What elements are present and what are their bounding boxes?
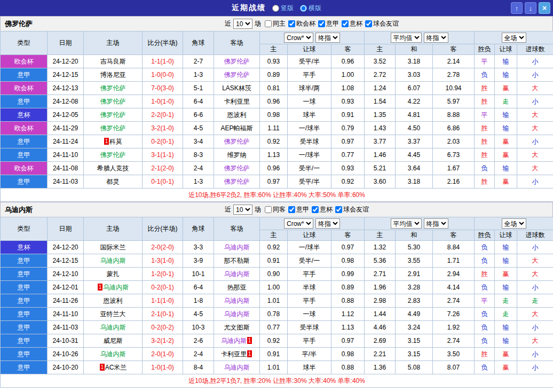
home-team[interactable]: 1乌迪内斯 <box>84 281 143 294</box>
away-team[interactable]: 佛罗伦萨 <box>214 135 260 148</box>
home-team[interactable]: 国际米兰 <box>84 241 143 254</box>
home-team[interactable]: 1科莫 <box>84 135 143 148</box>
away-team[interactable]: 佛罗伦萨 <box>214 55 260 68</box>
home-team[interactable]: 博洛尼亚 <box>84 68 143 82</box>
subcol-6: 胜负 <box>475 44 495 55</box>
close-icon[interactable]: × <box>539 2 550 14</box>
corner-score: 6-4 <box>183 281 214 294</box>
filter-checkbox[interactable] <box>265 206 272 213</box>
away-team[interactable]: 热那亚 <box>214 281 260 294</box>
filter-option-4[interactable]: 球会友谊 <box>365 19 399 28</box>
league-type-badge: 意杯 <box>1 108 48 122</box>
handicap-final-select[interactable]: 终指 <box>315 218 340 229</box>
sections-container: 佛罗伦萨近10场同主欧会杯意甲意杯球会友谊类型日期主场比分(半场)角球客场Cro… <box>0 16 553 388</box>
home-team[interactable]: 希腊人竞技 <box>84 162 143 175</box>
home-team[interactable]: 恩波利 <box>84 294 143 308</box>
vertical-layout-radio[interactable] <box>272 5 279 12</box>
home-team[interactable]: 佛罗伦萨 <box>84 108 143 122</box>
away-team[interactable]: AEP帕福斯 <box>214 122 260 135</box>
away-team[interactable]: 乌迪内斯 <box>214 361 260 374</box>
filter-option-2[interactable]: 意甲 <box>318 19 339 28</box>
bookmaker-select[interactable]: Crow* <box>284 218 313 229</box>
scroll-up-icon[interactable]: ↑ <box>511 2 523 14</box>
avg-odds-select[interactable]: 平均值 <box>391 218 422 229</box>
scroll-down-icon[interactable]: ↓ <box>525 2 536 14</box>
home-team[interactable]: 佛罗伦萨 <box>84 148 143 162</box>
match-row: 意甲24-10-201AC米兰1-0(1-0)8-4乌迪内斯1.01球半0.88… <box>1 361 553 374</box>
match-score: 1-2(0-1) <box>143 268 183 281</box>
match-count-select[interactable]: 10 <box>233 19 252 29</box>
filter-option-2[interactable]: 意杯 <box>312 205 333 214</box>
home-team[interactable]: 乌迪内斯 <box>84 348 143 361</box>
filter-checkbox[interactable] <box>265 20 272 27</box>
avg-final-select[interactable]: 终指 <box>424 33 448 43</box>
away-team[interactable]: 那不勒斯 <box>214 254 260 268</box>
fulltime-select[interactable]: 全场 <box>502 33 526 43</box>
filter-option-1[interactable]: 意甲 <box>288 205 309 214</box>
team-name-text: 佛罗伦萨 <box>100 124 126 132</box>
match-score: 2-0(2-0) <box>143 241 183 254</box>
team-section-1: 乌迪内斯近10场同客意甲意杯球会友谊类型日期主场比分(半场)角球客场Crow*终… <box>0 202 553 388</box>
home-team[interactable]: 蒙扎 <box>84 268 143 281</box>
filter-checkbox[interactable] <box>288 20 295 27</box>
handicap-odds-away: 0.97 <box>331 135 365 148</box>
away-team[interactable]: 佛罗伦萨 <box>214 68 260 82</box>
layout-option-horizontal[interactable]: 横版 <box>300 4 321 13</box>
away-team[interactable]: 乌迪内斯 <box>214 294 260 308</box>
home-team[interactable]: 都灵 <box>84 175 143 189</box>
filter-checkbox[interactable] <box>288 206 295 213</box>
filter-option-3[interactable]: 意杯 <box>342 19 362 28</box>
home-team[interactable]: 佛罗伦萨 <box>84 122 143 135</box>
fulltime-select[interactable]: 全场 <box>502 218 526 229</box>
filter-option-0[interactable]: 同客 <box>265 205 286 214</box>
away-team[interactable]: 乌迪内斯 <box>214 308 260 321</box>
away-team[interactable]: 乌迪内斯 <box>214 268 260 281</box>
filter-option-1[interactable]: 欧会杯 <box>288 19 315 28</box>
match-count-select[interactable]: 10 <box>233 205 252 215</box>
col-away: 客场 <box>214 217 260 241</box>
home-team[interactable]: 1AC米兰 <box>84 361 143 374</box>
avg-odds-draw: 3.64 <box>396 162 433 175</box>
match-date: 24-10-26 <box>48 348 84 361</box>
avg-final-select[interactable]: 终指 <box>424 218 448 229</box>
filter-checkbox[interactable] <box>365 20 372 27</box>
away-team[interactable]: 卡利亚里1 <box>214 348 260 361</box>
away-team[interactable]: 维罗纳 <box>214 148 260 162</box>
red-card-badge: 1 <box>247 350 252 357</box>
home-team[interactable]: 佛罗伦萨 <box>84 82 143 95</box>
home-team[interactable]: 乌迪内斯 <box>84 321 143 334</box>
home-team[interactable]: 佛罗伦萨 <box>84 95 143 108</box>
bookmaker-select[interactable]: Crow* <box>284 33 313 43</box>
filter-option-0[interactable]: 同主 <box>265 19 286 28</box>
home-team[interactable]: 威尼斯 <box>84 334 143 348</box>
away-team[interactable]: 乌迪内斯 <box>214 241 260 254</box>
filter-checkbox[interactable] <box>312 206 319 213</box>
away-team[interactable]: 尤文图斯 <box>214 321 260 334</box>
away-team[interactable]: 佛罗伦萨 <box>214 162 260 175</box>
avg-odds-select[interactable]: 平均值 <box>391 33 422 43</box>
filter-checkbox[interactable] <box>318 20 325 27</box>
away-team[interactable]: 恩波利 <box>214 108 260 122</box>
filter-checkbox[interactable] <box>335 206 342 213</box>
match-date: 24-10-31 <box>48 334 84 348</box>
away-team[interactable]: 佛罗伦萨 <box>214 175 260 189</box>
handicap-final-select[interactable]: 终指 <box>315 33 340 43</box>
subcol-7: 让球 <box>495 230 517 241</box>
home-team[interactable]: 吉马良斯 <box>84 55 143 68</box>
away-team[interactable]: LASK林茨 <box>214 82 260 95</box>
away-team[interactable]: 卡利亚里 <box>214 95 260 108</box>
filter-checkbox[interactable] <box>342 20 349 27</box>
away-team[interactable]: 乌迪内斯1 <box>214 334 260 348</box>
horizontal-layout-radio[interactable] <box>300 5 307 12</box>
result-win-draw-loss: 平 <box>475 108 495 122</box>
home-team[interactable]: 亚特兰大 <box>84 308 143 321</box>
match-score: 7-0(3-0) <box>143 82 183 95</box>
home-team[interactable]: 乌迪内斯 <box>84 254 143 268</box>
subcol-1: 让球 <box>288 44 331 55</box>
team-name-text: 国际米兰 <box>100 244 126 251</box>
filter-option-3[interactable]: 球会友谊 <box>335 205 369 214</box>
match-date: 24-11-10 <box>48 148 84 162</box>
layout-option-vertical[interactable]: 竖版 <box>272 4 294 13</box>
result-win-draw-loss: 负 <box>475 361 495 374</box>
games-label: 场 <box>255 19 261 28</box>
